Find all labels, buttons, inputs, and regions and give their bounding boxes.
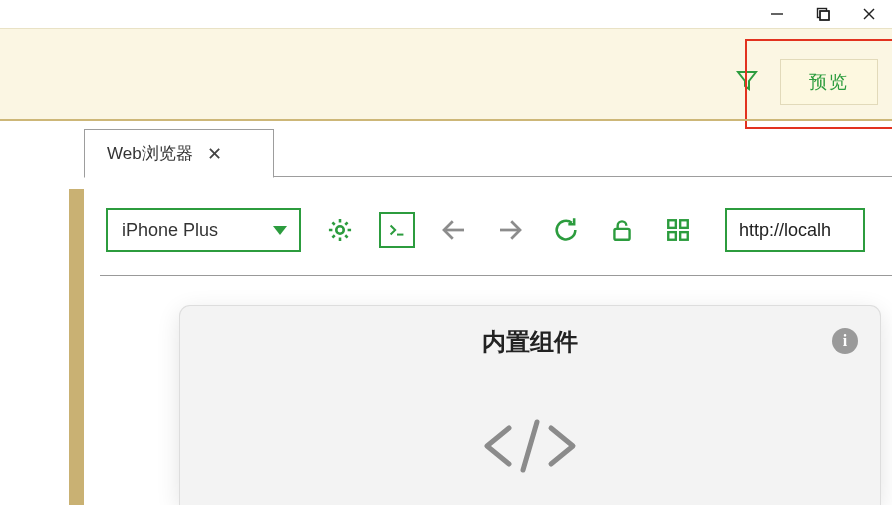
- svg-rect-12: [614, 229, 629, 240]
- left-gutter: [0, 121, 72, 505]
- url-value: http://localh: [739, 220, 831, 241]
- svg-rect-2: [820, 11, 829, 20]
- svg-rect-16: [680, 232, 688, 240]
- window-controls: [754, 0, 892, 28]
- gold-strip: [69, 189, 84, 505]
- svg-point-8: [336, 226, 343, 233]
- ribbon-bar: 预览: [0, 28, 892, 120]
- code-icon: [180, 416, 880, 476]
- svg-rect-13: [668, 220, 676, 228]
- filter-icon[interactable]: [736, 69, 758, 95]
- info-icon[interactable]: i: [832, 328, 858, 354]
- svg-rect-14: [680, 220, 688, 228]
- terminal-icon[interactable]: [379, 212, 415, 248]
- reload-icon[interactable]: [549, 213, 583, 247]
- device-select-value: iPhone Plus: [122, 220, 218, 241]
- grid-icon[interactable]: [661, 213, 695, 247]
- minimize-button[interactable]: [754, 0, 800, 28]
- preview-button[interactable]: 预览: [780, 59, 878, 105]
- browser-toolbar: iPhone Plus http://localh: [100, 195, 892, 265]
- device-frame: 内置组件 i: [180, 306, 880, 505]
- back-icon[interactable]: [437, 213, 471, 247]
- tab-close-icon[interactable]: ✕: [207, 143, 222, 165]
- gear-icon[interactable]: [323, 213, 357, 247]
- chevron-down-icon: [273, 220, 287, 241]
- preview-viewport: 内置组件 i: [100, 275, 892, 505]
- svg-rect-15: [668, 232, 676, 240]
- device-select[interactable]: iPhone Plus: [106, 208, 301, 252]
- forward-icon[interactable]: [493, 213, 527, 247]
- url-input[interactable]: http://localh: [725, 208, 865, 252]
- svg-line-17: [523, 422, 537, 470]
- svg-marker-7: [273, 226, 287, 235]
- close-window-button[interactable]: [846, 0, 892, 28]
- tab-strip: Web浏览器 ✕: [84, 121, 892, 177]
- unlock-icon[interactable]: [605, 213, 639, 247]
- maximize-button[interactable]: [800, 0, 846, 28]
- tab-label: Web浏览器: [107, 142, 193, 165]
- preview-title: 内置组件: [180, 326, 880, 358]
- tab-web-browser[interactable]: Web浏览器 ✕: [84, 129, 274, 178]
- svg-marker-6: [738, 72, 756, 89]
